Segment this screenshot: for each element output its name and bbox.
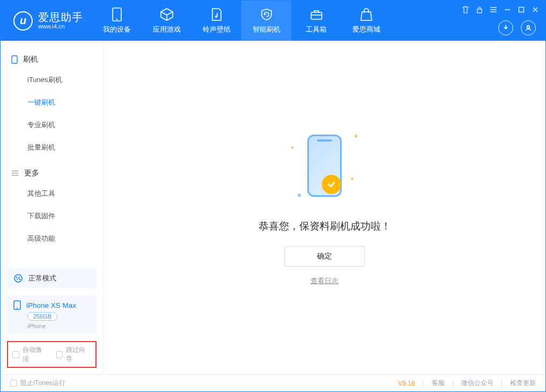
app-name: 爱思助手 (38, 11, 83, 23)
toolbox-icon (309, 8, 323, 21)
phone-illustration-icon (307, 135, 342, 197)
phone-icon (110, 8, 124, 21)
device-card[interactable]: iPhone XS Max 256GB iPhone (7, 295, 97, 334)
sidebar-group-flash: 刷机 (1, 50, 103, 69)
titlebar: u 爱思助手 www.i4.cn 我的设备 应用游戏 铃声壁纸 智能刷机 工具箱 (1, 1, 545, 41)
user-button[interactable] (521, 20, 536, 35)
minimize-button[interactable] (504, 6, 511, 13)
svg-rect-3 (311, 12, 322, 19)
svg-point-19 (16, 277, 18, 278)
tab-apps-games[interactable]: 应用游戏 (142, 1, 191, 41)
svg-point-2 (215, 16, 217, 18)
footer-link-wechat[interactable]: 微信公众号 (461, 379, 493, 388)
device-name: iPhone XS Max (26, 301, 76, 309)
list-icon (11, 170, 19, 176)
device-type: iPhone (27, 323, 46, 329)
success-illustration (287, 129, 362, 210)
sidebar: 刷机 iTunes刷机 一键刷机 专业刷机 批量刷机 更多 其他工具 下载固件 … (1, 41, 104, 374)
refresh-shield-icon (260, 8, 274, 21)
app-logo: u 爱思助手 www.i4.cn (1, 11, 92, 31)
sidebar-item-other-tools[interactable]: 其他工具 (1, 182, 103, 205)
mode-label: 正常模式 (28, 273, 56, 283)
music-file-icon (210, 8, 224, 21)
sidebar-item-pro-flash[interactable]: 专业刷机 (1, 114, 103, 136)
svg-point-20 (19, 279, 21, 280)
tab-smart-flash[interactable]: 智能刷机 (241, 1, 291, 41)
menu-icon[interactable] (490, 6, 497, 13)
mode-icon (13, 273, 23, 283)
sidebar-item-itunes-flash[interactable]: iTunes刷机 (1, 69, 103, 91)
sidebar-item-batch-flash[interactable]: 批量刷机 (1, 136, 103, 159)
sidebar-item-download-firmware[interactable]: 下载固件 (1, 205, 103, 227)
download-button[interactable] (498, 20, 513, 35)
phone-small-icon (11, 55, 18, 64)
checkbox-skip-guide[interactable]: 跳过向导 (56, 345, 92, 364)
svg-point-13 (527, 26, 530, 28)
ok-button[interactable]: 确定 (284, 246, 365, 267)
tshirt-icon[interactable] (462, 6, 469, 13)
tab-my-device[interactable]: 我的设备 (92, 1, 142, 41)
sidebar-group-more: 更多 (1, 164, 103, 182)
mode-card[interactable]: 正常模式 (7, 268, 97, 289)
version-label: V8.16 (398, 380, 415, 387)
device-storage-badge: 256GB (27, 312, 57, 321)
footer-link-update[interactable]: 检查更新 (510, 379, 536, 388)
svg-rect-10 (519, 8, 524, 12)
statusbar: 阻止iTunes运行 V8.16 | 客服 | 微信公众号 | 检查更新 (1, 374, 545, 391)
logo-icon: u (13, 11, 33, 31)
device-icon (13, 300, 21, 310)
app-url: www.i4.cn (38, 23, 83, 29)
svg-rect-14 (12, 56, 17, 63)
checkbox-auto-activate[interactable]: 自动激活 (12, 345, 48, 364)
svg-rect-5 (477, 9, 482, 13)
svg-point-1 (116, 18, 117, 20)
tab-store[interactable]: 爱思商城 (341, 1, 391, 41)
main-content: 恭喜您，保资料刷机成功啦！ 确定 查看日志 (104, 41, 545, 374)
footer-link-support[interactable]: 客服 (432, 379, 445, 388)
options-row: 自动激活 跳过向导 (7, 341, 97, 368)
window-controls (462, 6, 539, 13)
success-message: 恭喜您，保资料刷机成功啦！ (259, 219, 391, 233)
sidebar-item-advanced[interactable]: 高级功能 (1, 227, 103, 250)
cube-icon (160, 8, 174, 21)
tab-toolbox[interactable]: 工具箱 (291, 1, 341, 41)
checkmark-icon (322, 175, 341, 194)
tab-ringtone-wallpaper[interactable]: 铃声壁纸 (191, 1, 241, 41)
lock-icon[interactable] (476, 6, 483, 13)
main-tabs: 我的设备 应用游戏 铃声壁纸 智能刷机 工具箱 爱思商城 (92, 1, 391, 41)
header-actions (498, 20, 536, 35)
view-log-link[interactable]: 查看日志 (311, 276, 338, 286)
checkbox-block-itunes[interactable]: 阻止iTunes运行 (10, 379, 65, 388)
sidebar-item-one-click-flash[interactable]: 一键刷机 (1, 91, 103, 114)
svg-point-23 (17, 308, 18, 309)
bag-icon (359, 8, 373, 21)
maximize-button[interactable] (518, 6, 525, 13)
close-button[interactable] (532, 6, 539, 13)
